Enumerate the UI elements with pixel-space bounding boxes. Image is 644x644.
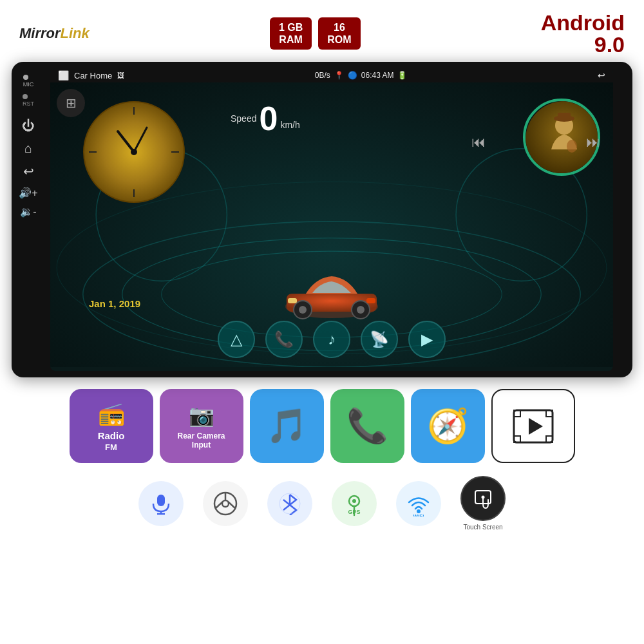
vol-down-icon: 🔉- [20,205,36,218]
speed-display: Speed 0 km/h [231,102,300,135]
radio-icon: 📡 [370,330,389,348]
features-row: 📻 RadioFM 📷 Rear CameraInput 🎵 📞 🧭 [0,377,644,469]
phone-feature-icon: 📞 [346,406,388,446]
vol-up-button[interactable]: 🔊+ [19,187,37,199]
wifi-feature: WiFi [396,481,441,526]
svg-line-40 [228,502,235,508]
home-icon: ⌂ [24,141,32,156]
feature-phone: 📞 [330,389,404,463]
right-bezel [618,68,626,371]
side-controls: MIC RST ⏻ ⌂ ↩ 🔊+ 🔉- [12,68,45,371]
time-display: 06:43 AM [361,71,394,80]
svg-marker-32 [529,418,543,435]
back-button[interactable]: ↩ [23,164,34,179]
main-screen: ⬜ Car Home 🖼 0B/s 📍 🔵 06:43 AM 🔋 ↩ [50,68,613,371]
car-unit: MIC RST ⏻ ⌂ ↩ 🔊+ 🔉- ⬜ Car Home 🖼 [12,62,632,377]
radio-label: RadioFM [98,430,125,452]
wheel-svg [213,491,238,516]
home-icon-status: ⬜ [58,70,69,80]
mic-led [23,75,28,80]
music-feature-icon: 🎵 [266,406,308,446]
feature-music: 🎵 [250,389,324,463]
status-right: ↩ [598,70,605,80]
bluetooth-icon-status: 🔵 [348,71,357,80]
feature-radio: 📻 RadioFM [70,389,153,463]
app-grid-button[interactable]: ⊞ [57,89,85,117]
camera-feature-icon: 📷 [189,403,214,428]
svg-point-37 [222,500,229,507]
gps-feature: GPS [332,481,377,526]
gps-icon-circle: GPS [332,481,377,526]
vol-down-button[interactable]: 🔉- [20,205,36,218]
screenshot-icon: 🖼 [117,71,124,79]
power-button[interactable]: ⏻ [22,118,35,133]
touch-icon-circle [460,476,506,521]
svg-line-39 [216,502,223,508]
feature-camera: 📷 Rear CameraInput [160,389,243,463]
back-icon-status: ↩ [598,70,605,80]
wheel-icon-circle [203,481,248,526]
speed-data: 0B/s [315,71,330,80]
android-label: Android [541,12,625,33]
video-icon-svg [511,404,556,449]
status-center: 0B/s 📍 🔵 06:43 AM 🔋 [315,71,408,80]
rst-led [23,94,28,99]
music-app-button[interactable]: ♪ [313,321,350,358]
rst-label: RST [23,100,34,107]
date-display: Jan 1, 2019 [89,298,140,309]
svg-point-50 [482,496,485,499]
gps-svg: GPS [341,491,367,516]
home-button[interactable]: ⌂ [24,141,32,156]
svg-text:GPS: GPS [348,509,360,515]
svg-point-13 [131,149,137,155]
car-image [280,265,383,325]
touch-screen-feature: Touch Screen [460,476,506,531]
android-version: 9.0 [541,33,625,55]
power-icon: ⏻ [22,118,35,133]
android-info: Android 9.0 [541,12,625,55]
bottom-icons-row: GPS WiFi Touch Screen [0,469,644,537]
nav-feature-icon: 🧭 [427,406,469,446]
speed-value: 0 [259,102,278,135]
vol-up-icon: 🔊+ [19,187,37,199]
svg-rect-20 [288,298,297,303]
svg-point-17 [299,306,307,314]
bluetooth-icon-circle [267,481,312,526]
prev-track-button[interactable]: ⏮ [471,134,486,151]
svg-rect-33 [157,495,165,506]
status-bar: ⬜ Car Home 🖼 0B/s 📍 🔵 06:43 AM 🔋 ↩ [50,68,613,82]
radio-feature-icon: 📻 [98,401,125,426]
clock-svg [82,100,185,204]
speed-label: Speed [231,113,256,124]
music-icon: ♪ [328,330,336,348]
wifi-icon-circle: WiFi [396,481,441,526]
rom-badge: 16ROM [318,17,360,50]
media-controls: ⏮ ⏭ [471,134,613,151]
touch-svg [470,486,496,511]
mirrorlink-logo: MirrorLink [19,25,90,42]
mic-label: MIC [23,81,34,88]
radio-app-button[interactable]: 📡 [361,321,398,358]
camera-label: Rear CameraInput [177,431,225,450]
bottom-app-row: △ 📞 ♪ 📡 ▶ [50,321,613,358]
svg-line-42 [283,505,290,510]
video-app-button[interactable]: ▶ [408,321,446,358]
spec-badges: 1 GBRAM 16ROM [270,17,361,50]
svg-text:WiFi: WiFi [413,513,424,516]
wifi-svg: WiFi [406,491,431,516]
next-track-button[interactable]: ⏭ [586,134,600,151]
status-left: ⬜ Car Home 🖼 [58,70,124,80]
car-svg [280,265,383,323]
app-label: Car Home [74,71,112,80]
phone-app-button[interactable]: 📞 [265,321,303,358]
svg-rect-21 [366,298,375,303]
speed-unit: km/h [280,120,299,135]
feature-nav: 🧭 [411,389,485,463]
svg-line-41 [283,500,290,505]
nav-app-button[interactable]: △ [218,321,255,358]
feature-video [491,389,575,463]
analog-clock [82,100,185,204]
header: MirrorLink 1 GBRAM 16ROM Android 9.0 [0,0,644,62]
bluetooth-feature [267,481,312,526]
nav-icon: △ [231,330,242,348]
